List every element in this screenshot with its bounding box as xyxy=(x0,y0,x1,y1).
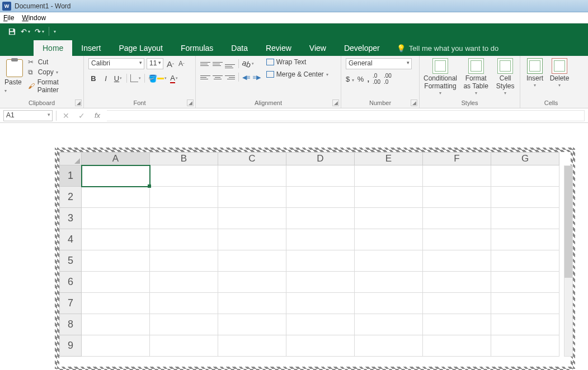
conditional-formatting-button[interactable]: Conditional Formatting▾ xyxy=(424,58,457,96)
cell-C2[interactable] xyxy=(218,187,286,208)
cell-F8[interactable] xyxy=(423,314,491,335)
align-middle-button[interactable] xyxy=(213,59,223,68)
cell-B9[interactable] xyxy=(150,335,218,357)
cell-E4[interactable] xyxy=(355,229,423,250)
font-name-combo[interactable]: Calibri xyxy=(88,58,144,69)
tab-page-layout[interactable]: Page Layout xyxy=(110,40,172,56)
cell-C4[interactable] xyxy=(218,229,286,250)
cell-F6[interactable] xyxy=(423,272,491,293)
tab-review[interactable]: Review xyxy=(257,40,300,56)
column-header-E[interactable]: E xyxy=(355,152,423,165)
cell-B7[interactable] xyxy=(150,293,218,314)
align-left-button[interactable] xyxy=(200,73,210,82)
wrap-text-button[interactable]: Wrap Text xyxy=(266,58,328,66)
row-header-4[interactable]: 4 xyxy=(59,229,82,250)
cell-F3[interactable] xyxy=(423,208,491,229)
formula-input[interactable] xyxy=(107,110,585,121)
cell-A5[interactable] xyxy=(82,250,150,272)
italic-button[interactable]: I xyxy=(101,73,111,84)
cell-D8[interactable] xyxy=(286,314,355,335)
cell-B3[interactable] xyxy=(150,208,218,229)
save-button[interactable] xyxy=(8,27,16,36)
currency-button[interactable]: $ ▾ xyxy=(346,75,354,83)
cell-B6[interactable] xyxy=(150,272,218,293)
cell-F1[interactable] xyxy=(423,165,491,187)
cell-E1[interactable] xyxy=(355,165,423,187)
tab-insert[interactable]: Insert xyxy=(72,40,110,56)
column-header-A[interactable]: A xyxy=(82,152,150,165)
cell-C3[interactable] xyxy=(218,208,286,229)
cell-G9[interactable] xyxy=(491,335,559,357)
cell-E7[interactable] xyxy=(355,293,423,314)
font-dialog-launcher[interactable]: ◢ xyxy=(187,99,194,106)
tab-data[interactable]: Data xyxy=(222,40,257,56)
row-header-3[interactable]: 3 xyxy=(59,208,82,229)
cell-A6[interactable] xyxy=(82,272,150,293)
alignment-dialog-launcher[interactable]: ◢ xyxy=(332,99,339,106)
tab-developer[interactable]: Developer xyxy=(335,40,389,56)
merge-center-button[interactable]: Merge & Center ▾ xyxy=(266,70,328,78)
row-header-5[interactable]: 5 xyxy=(59,250,82,272)
cell-C1[interactable] xyxy=(218,165,286,187)
redo-button[interactable]: ↷▾ xyxy=(35,27,44,36)
copy-button[interactable]: ⧉Copy ▾ xyxy=(28,68,79,76)
align-bottom-button[interactable] xyxy=(225,59,235,68)
decrease-indent-button[interactable]: ◀≡ xyxy=(242,74,250,81)
cell-D6[interactable] xyxy=(286,272,355,293)
borders-button[interactable]: ▾ xyxy=(130,73,141,84)
cell-D1[interactable] xyxy=(286,165,355,187)
cell-styles-button[interactable]: Cell Styles▾ xyxy=(495,58,515,96)
decrease-decimal-button[interactable]: .00.0 xyxy=(384,73,392,85)
increase-decimal-button[interactable]: .0.00 xyxy=(373,73,380,85)
clipboard-dialog-launcher[interactable]: ◢ xyxy=(75,99,82,106)
cell-G8[interactable] xyxy=(491,314,559,335)
cancel-formula-button[interactable]: ✕ xyxy=(60,111,72,120)
cell-C9[interactable] xyxy=(218,335,286,357)
vertical-scrollbar[interactable] xyxy=(564,165,573,357)
cell-F5[interactable] xyxy=(423,250,491,272)
cell-D4[interactable] xyxy=(286,229,355,250)
align-right-button[interactable] xyxy=(225,73,235,82)
cell-G3[interactable] xyxy=(491,208,559,229)
font-size-combo[interactable]: 11 xyxy=(147,58,163,69)
column-header-G[interactable]: G xyxy=(491,152,559,165)
cell-D9[interactable] xyxy=(286,335,355,357)
cell-G4[interactable] xyxy=(491,229,559,250)
cell-C8[interactable] xyxy=(218,314,286,335)
percent-button[interactable]: % xyxy=(357,75,364,83)
cell-A2[interactable] xyxy=(82,187,150,208)
cell-B4[interactable] xyxy=(150,229,218,250)
cell-D3[interactable] xyxy=(286,208,355,229)
cell-F7[interactable] xyxy=(423,293,491,314)
cell-F9[interactable] xyxy=(423,335,491,357)
format-as-table-button[interactable]: Format as Table▾ xyxy=(462,58,490,96)
number-dialog-launcher[interactable]: ◢ xyxy=(411,99,417,106)
cell-C5[interactable] xyxy=(218,250,286,272)
row-header-7[interactable]: 7 xyxy=(59,293,82,314)
cell-D5[interactable] xyxy=(286,250,355,272)
column-header-B[interactable]: B xyxy=(150,152,218,165)
insert-cells-button[interactable]: Insert▾ xyxy=(525,58,545,88)
menu-file[interactable]: File xyxy=(3,14,14,22)
decrease-font-button[interactable]: Aˇ xyxy=(177,60,186,68)
select-all-corner[interactable] xyxy=(59,152,82,165)
name-box[interactable]: A1 xyxy=(3,110,53,121)
comma-button[interactable]: , xyxy=(367,75,369,83)
align-top-button[interactable] xyxy=(200,59,210,68)
cell-E2[interactable] xyxy=(355,187,423,208)
cell-A1[interactable] xyxy=(82,165,150,187)
row-header-6[interactable]: 6 xyxy=(59,272,82,293)
row-header-9[interactable]: 9 xyxy=(59,335,82,357)
scrollbar-thumb[interactable] xyxy=(565,166,572,278)
column-header-D[interactable]: D xyxy=(286,152,355,165)
underline-button[interactable]: U▾ xyxy=(113,73,123,84)
increase-indent-button[interactable]: ≡▶ xyxy=(252,74,260,81)
increase-font-button[interactable]: Aˆ xyxy=(166,59,175,69)
cut-button[interactable]: ✂Cut xyxy=(28,58,79,66)
row-header-8[interactable]: 8 xyxy=(59,314,82,335)
cell-B2[interactable] xyxy=(150,187,218,208)
cell-G1[interactable] xyxy=(491,165,559,187)
cell-D2[interactable] xyxy=(286,187,355,208)
cell-E3[interactable] xyxy=(355,208,423,229)
undo-button[interactable]: ↶▾ xyxy=(21,27,30,36)
